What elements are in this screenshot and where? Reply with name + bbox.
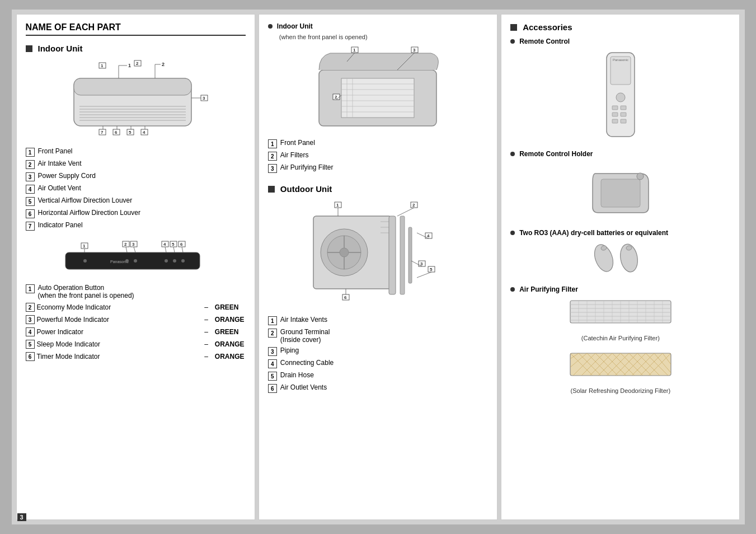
svg-text:Panasonic: Panasonic	[613, 58, 628, 62]
remote-holder-title: Remote Control Holder	[510, 150, 730, 158]
part-label: Air Intake Vents	[280, 316, 327, 324]
part-num: 3	[268, 347, 277, 356]
indicator-label: Economy Mode Indicator	[37, 303, 198, 311]
remote-control-svg: Panasonic	[587, 50, 654, 139]
part-label: Ground Terminal(Inside cover)	[280, 328, 330, 344]
outdoor-part-2: 2 Ground Terminal(Inside cover)	[268, 328, 488, 344]
part-label: Air Filters	[280, 151, 309, 159]
bullet-icon	[510, 152, 515, 156]
panel-diagram: Panasonic 1 2 3 4 5 6	[26, 238, 246, 279]
svg-rect-94	[389, 216, 396, 294]
indicator-row-5: 5 Sleep Mode Indicator – ORANGE	[26, 339, 246, 349]
section-icon	[268, 186, 275, 193]
dash: –	[204, 340, 208, 348]
batteries-title: Two RO3 (AAA) dry-cell batteries or equi…	[510, 229, 730, 237]
outdoor-part-5: 5 Drain Hose	[268, 371, 488, 381]
indicator-row-3: 3 Powerful Mode Indicator – ORANGE	[26, 315, 246, 324]
svg-point-45	[181, 259, 185, 263]
svg-point-43	[165, 259, 168, 263]
svg-text:2: 2	[124, 242, 127, 247]
svg-rect-119	[621, 106, 626, 110]
part-label: Connecting Cable	[280, 359, 334, 367]
part-num: 3	[26, 315, 35, 324]
main-title: NAME OF EACH PART	[26, 22, 246, 36]
part-item-4: 4 Air Outlet Vent	[26, 184, 246, 194]
svg-text:3: 3	[413, 48, 416, 53]
indoor-parts-list: 1 Front Panel 2 Air Intake Vent 3 Power …	[26, 147, 246, 231]
outdoor-part-4: 4 Connecting Cable	[268, 359, 488, 368]
part-label: Air Intake Vent	[38, 160, 82, 167]
indicator-row-4: 4 Power Indicator – GREEN	[26, 327, 246, 336]
indicator-row-6: 6 Timer Mode Indicator – ORANGE	[26, 352, 246, 361]
part-label: Horizontal Airflow Direction Louver	[38, 209, 140, 217]
bullet-icon	[510, 39, 515, 44]
part-label: Indicator Panel	[38, 221, 83, 229]
outdoor-part-6: 6 Air Outlet Vents	[268, 383, 488, 393]
svg-point-86	[340, 248, 349, 257]
air-filter-title: Air Purifying Filter	[510, 285, 730, 293]
part-item-6: 6 Horizontal Airflow Direction Louver	[26, 209, 246, 218]
svg-text:6: 6	[180, 242, 183, 247]
dash: –	[204, 353, 208, 360]
svg-line-62	[173, 247, 175, 252]
svg-text:5: 5	[129, 130, 132, 135]
svg-text:2: 2	[412, 203, 415, 208]
svg-point-126	[637, 173, 644, 180]
svg-rect-95	[400, 216, 405, 294]
indicator-label: Powerful Mode Indicator	[37, 316, 198, 324]
part-num: 4	[26, 327, 35, 336]
indicator-label: Power Indicator	[37, 328, 198, 336]
part-num: 4	[26, 185, 35, 194]
accessories-heading: Accessories	[510, 22, 730, 32]
indicator-color: GREEN	[215, 303, 246, 311]
svg-point-117	[616, 93, 625, 102]
part-label: Air Outlet Vents	[280, 383, 327, 391]
dash: –	[204, 303, 208, 311]
part-item-3: 3 Power Supply Cord	[26, 172, 246, 181]
indicator-list: 1 Auto Operation Button(when the front p…	[26, 284, 246, 361]
outdoor-parts-list: 1 Air Intake Vents 2 Ground Terminal(Ins…	[268, 316, 488, 393]
part-label: Auto Operation Button(when the front pan…	[38, 284, 134, 299]
part-label: Vertical Airflow Direction Louver	[38, 196, 133, 204]
remote-holder-image	[510, 162, 730, 220]
svg-text:5: 5	[172, 242, 175, 247]
indoor-opened-subtitle: (when the front panel is opened)	[279, 34, 488, 40]
svg-rect-65	[341, 78, 414, 118]
remote-control-title: Remote Control	[510, 38, 730, 45]
part-label: Front Panel	[38, 147, 73, 155]
opened-part-3: 3 Air Purifying Filter	[268, 163, 488, 173]
column-3: Accessories Remote Control P	[501, 14, 740, 520]
svg-rect-148	[570, 353, 671, 376]
bullet-icon	[510, 231, 515, 235]
indicator-color: GREEN	[215, 328, 246, 336]
svg-point-40	[83, 259, 87, 263]
part-label: Air Purifying Filter	[280, 163, 334, 171]
svg-text:5: 5	[430, 267, 433, 272]
indoor-opened-parts: 1 Front Panel 2 Air Filters 3 Air Purify…	[268, 139, 488, 173]
part-num: 4	[268, 359, 277, 368]
part-num: 6	[268, 384, 277, 393]
svg-rect-122	[612, 119, 618, 123]
part-num: 1	[268, 316, 277, 325]
svg-point-42	[134, 259, 137, 263]
catechin-filter-image	[510, 298, 730, 330]
column-2: Indoor Unit (when the front panel is ope…	[259, 14, 497, 520]
part-num: 2	[268, 152, 277, 161]
indoor-opened-diagram: 1 2 3	[268, 45, 488, 133]
svg-point-41	[125, 259, 129, 263]
part-num: 2	[26, 160, 35, 169]
indoor-unit-diagram: 1 2 3 7 6 5 4 1	[26, 59, 246, 142]
batteries-svg	[584, 241, 657, 275]
part-label: Air Outlet Vent	[38, 184, 81, 192]
bullet-icon	[510, 287, 515, 292]
svg-text:1: 1	[353, 48, 356, 53]
indoor-opened-svg: 1 2 3	[302, 45, 453, 132]
indicator-color: ORANGE	[215, 316, 246, 324]
svg-text:7: 7	[101, 130, 104, 135]
indicator-label: Sleep Mode Indicator	[37, 340, 198, 348]
svg-text:3: 3	[132, 242, 135, 247]
outdoor-unit-diagram: 1 2 3 4 5 6	[268, 199, 488, 310]
svg-text:2: 2	[136, 61, 139, 66]
solar-filter-caption: (Solar Refreshing Deodorizing Filter)	[510, 387, 730, 394]
opened-part-2: 2 Air Filters	[268, 151, 488, 161]
